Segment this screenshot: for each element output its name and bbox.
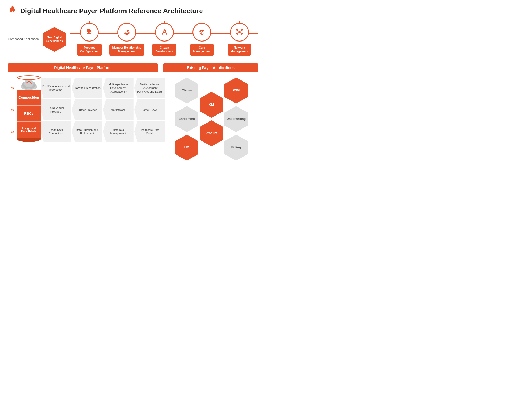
multiexp-data-item: Multiexperience Development (Analytics a… [134, 78, 165, 98]
chevron-rbcs: » [8, 99, 17, 120]
honeycomb-grid: Claims PNM CM Enrollment Underwriting Pr… [172, 78, 256, 155]
network-mgmt-card: NetworkManagement [228, 44, 251, 56]
new-digital-hex: New DigitalExperiences [43, 27, 66, 52]
rbcs-segment: RBCs [17, 105, 41, 121]
composed-section: Composed Application New DigitalExperien… [8, 23, 258, 56]
fabric-segment: Integrated Data Fabric [17, 121, 41, 138]
data-curation-item: Data Curation and Enrichment [72, 121, 102, 142]
page-title: Digital Healthcare Payer Platform Refere… [20, 7, 203, 15]
svg-line-8 [240, 30, 241, 31]
partner-provided-item: Partner Provided [72, 99, 102, 120]
cylinder-bottom-cap [17, 138, 41, 142]
bottom-section: » » » [8, 78, 258, 155]
healthcare-model-item: Healthcare Data Model [134, 121, 165, 142]
network-icon [230, 23, 249, 42]
member-mgmt-card: Member RelationshipManagement [109, 44, 144, 56]
composition-segment: Composition [17, 90, 41, 105]
claims-hex: Claims [175, 78, 198, 104]
new-digital-label: New DigitalExperiences [43, 27, 66, 52]
svg-line-7 [238, 30, 239, 31]
timeline-item-citizen: CitizenDevelopment [145, 23, 183, 56]
multiexp-app-item: Multiexperience Development (Application… [103, 78, 134, 98]
timeline-item-network: NetworkManagement [221, 23, 258, 56]
svg-point-5 [236, 33, 238, 35]
page: Digital Healthcare Payer Platform Refere… [0, 0, 266, 161]
product-hex: Product [200, 120, 223, 146]
svg-point-6 [241, 33, 243, 35]
chevron-composition: » [8, 78, 17, 98]
underwriting-hex: Underwriting [224, 106, 248, 132]
pbc-dev-item: PBC Development and Integration [41, 78, 71, 98]
svg-line-10 [240, 33, 241, 34]
rbcs-row: Cloud Vendor Provided Partner Provided M… [41, 99, 165, 120]
payer-right: Claims PNM CM Enrollment Underwriting Pr… [170, 78, 258, 155]
heartbeat-icon [192, 23, 211, 42]
flame-icon [8, 5, 17, 17]
product-config-card: ProductConfiguration [77, 44, 102, 56]
timeline-row: ProductConfiguration Member Relationship… [70, 23, 258, 56]
cylinder-container: Composition RBCs Integrated Data Fabric [17, 78, 41, 142]
svg-point-1 [164, 30, 165, 31]
svg-point-15 [29, 81, 29, 82]
hand-heart-icon [117, 23, 136, 42]
billing-hex: Billing [224, 135, 248, 161]
citizen-dev-card: CitizenDevelopment [152, 44, 176, 56]
marketplace-item: Marketplace [103, 99, 134, 120]
timeline-item-member: Member RelationshipManagement [108, 23, 146, 56]
existing-banner: Existing Payer Applications [163, 63, 258, 72]
composition-row: PBC Development and Integration Process … [41, 78, 165, 98]
health-data-item: Health Data Connectors [41, 121, 71, 142]
chevrons-column: » » » [8, 78, 17, 142]
um-hex: UM [175, 135, 198, 161]
section-banners: Digital Healthcare Payer Platform Existi… [8, 63, 258, 72]
timeline-item-product: ProductConfiguration [70, 23, 108, 56]
svg-line-9 [238, 33, 239, 34]
fabric-row: Health Data Connectors Data Curation and… [41, 121, 165, 142]
cylinder-body: Composition RBCs Integrated Data Fabric [17, 90, 41, 138]
puzzle-icon [80, 23, 99, 42]
svg-point-3 [236, 29, 238, 31]
platform-left: » » » [8, 78, 165, 142]
cm-hex: CM [200, 92, 223, 118]
composed-label: Composed Application [8, 37, 39, 42]
chevron-fabric: » [8, 121, 17, 142]
svg-point-2 [238, 31, 241, 33]
metadata-item: Metadata Management [103, 121, 134, 142]
process-orch-item: Process Orchestration [72, 78, 102, 98]
care-mgmt-card: CareManagement [190, 44, 214, 56]
svg-point-14 [24, 79, 34, 87]
timeline-item-care: CareManagement [183, 23, 221, 56]
pnm-hex: PNM [224, 78, 248, 104]
header: Digital Healthcare Payer Platform Refere… [8, 5, 258, 17]
cloud-vendor-item: Cloud Vendor Provided [41, 99, 71, 120]
svg-point-4 [241, 29, 243, 31]
cylinder-top-cap [17, 75, 41, 80]
content-rows: PBC Development and Integration Process … [41, 78, 165, 142]
brain-icon [155, 23, 174, 42]
home-grown-item: Home Grown [134, 99, 165, 120]
platform-banner: Digital Healthcare Payer Platform [8, 63, 158, 72]
enrollment-hex: Enrollment [175, 106, 198, 132]
